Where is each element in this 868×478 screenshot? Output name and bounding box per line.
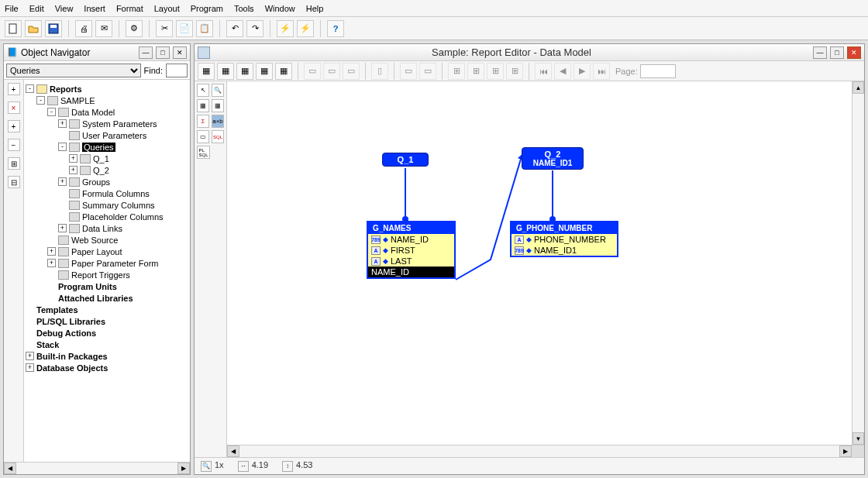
column-row[interactable]: A◆FIRST <box>368 245 454 256</box>
scroll-right-icon[interactable]: ▶ <box>839 445 852 457</box>
scroll-track[interactable] <box>239 445 839 457</box>
tree-item[interactable]: -SAMPLE <box>26 95 188 106</box>
expander-icon[interactable]: + <box>26 363 34 372</box>
close-button[interactable]: ✕ <box>173 46 187 59</box>
insert-group-button[interactable]: ▭ <box>323 63 340 80</box>
column-row-selected[interactable]: NAME_ID <box>368 267 454 277</box>
scroll-track[interactable] <box>16 463 177 474</box>
help-button[interactable]: ? <box>327 20 344 37</box>
data-model-canvas[interactable]: Q_1 Q_2 NAME_ID1 G_NAMES 789◆NAME_ID A◆F… <box>227 81 852 445</box>
paste-button[interactable]: 📋 <box>196 20 213 37</box>
group-tool[interactable]: ▦ <box>212 99 224 112</box>
scroll-right-icon[interactable]: ▶ <box>177 463 190 474</box>
tree-item[interactable]: Stack <box>26 339 188 350</box>
save-button[interactable] <box>45 20 62 37</box>
tree-item[interactable]: PL/SQL Libraries <box>26 315 188 327</box>
expand-all-button[interactable]: ⊞ <box>8 157 20 170</box>
tree-item[interactable]: +Paper Parameter Form <box>26 257 188 269</box>
object-tree[interactable]: -Reports-SAMPLE-Data Model+System Parame… <box>24 80 190 462</box>
menu-tools[interactable]: Tools <box>234 4 254 13</box>
menu-program[interactable]: Program <box>191 4 223 13</box>
tree-item[interactable]: Web Source <box>26 234 188 246</box>
menu-layout[interactable]: Layout <box>154 4 180 13</box>
last-page-button[interactable]: ⏭ <box>593 63 610 80</box>
expander-icon[interactable]: + <box>47 247 56 256</box>
find-input[interactable] <box>166 64 188 77</box>
canvas-scrollbar-v[interactable]: ▲ ▼ <box>852 81 864 445</box>
expander-icon[interactable]: + <box>47 259 56 267</box>
zoom-out-button[interactable]: ▭ <box>419 63 436 80</box>
first-page-button[interactable]: ⏮ <box>535 63 552 80</box>
navigator-scrollbar-h[interactable]: ◀ ▶ <box>4 462 190 474</box>
new-button[interactable] <box>5 20 22 37</box>
paper-param-view-button[interactable]: ▦ <box>275 63 292 80</box>
expander-icon[interactable]: + <box>26 352 34 360</box>
tree-item[interactable]: Report Triggers <box>26 269 188 280</box>
undo-button[interactable]: ↶ <box>226 20 243 37</box>
tree-item[interactable]: Program Units <box>26 280 188 292</box>
expand-button[interactable]: + <box>8 120 20 132</box>
mail-button[interactable]: ✉ <box>95 20 112 37</box>
redo-button[interactable]: ↷ <box>246 20 264 37</box>
column-row[interactable]: 789◆NAME_ID1 <box>512 245 617 256</box>
scroll-left-icon[interactable]: ◀ <box>4 463 16 474</box>
expander-icon[interactable]: - <box>26 84 34 93</box>
page-input[interactable] <box>640 64 676 78</box>
layout3-button[interactable]: ⊞ <box>487 63 504 80</box>
menu-insert[interactable]: Insert <box>84 4 105 13</box>
delete-button[interactable]: × <box>8 101 20 114</box>
column-row[interactable]: A◆PHONE_NUMBER <box>512 234 617 245</box>
tree-item[interactable]: Debug Actions <box>26 327 188 339</box>
summary-column-tool[interactable]: Σ <box>197 115 209 128</box>
maximize-button[interactable]: □ <box>830 46 844 59</box>
tree-item[interactable]: Placeholder Columns <box>26 211 188 222</box>
copy-button[interactable]: 📄 <box>176 20 193 37</box>
tree-item[interactable]: +System Parameters <box>26 118 188 129</box>
menu-format[interactable]: Format <box>116 4 143 13</box>
expander-icon[interactable]: + <box>69 166 78 174</box>
tree-item[interactable]: -Queries <box>26 141 188 153</box>
open-button[interactable] <box>25 20 42 37</box>
tree-item[interactable]: -Reports <box>26 83 188 95</box>
group-g-names[interactable]: G_NAMES 789◆NAME_ID A◆FIRST A◆LAST NAME_… <box>367 221 456 279</box>
navigator-type-dropdown[interactable]: Queries <box>6 64 141 77</box>
tree-item[interactable]: Templates <box>26 304 188 315</box>
menu-view[interactable]: View <box>55 4 74 13</box>
tree-item[interactable]: Summary Columns <box>26 199 188 211</box>
tree-item[interactable]: Attached Libraries <box>26 292 188 304</box>
expander-icon[interactable]: + <box>58 177 67 186</box>
sql-tool[interactable]: SQL <box>212 130 224 143</box>
tree-item[interactable]: Formula Columns <box>26 187 188 199</box>
menu-file[interactable]: File <box>5 4 19 13</box>
expander-icon[interactable]: - <box>36 96 45 105</box>
minimize-button[interactable]: — <box>139 46 153 59</box>
tree-item[interactable]: +Database Objects <box>26 362 188 373</box>
column-row[interactable]: 789◆NAME_ID <box>368 234 454 245</box>
navigator-titlebar[interactable]: 📘 Object Navigator — □ ✕ <box>4 44 190 61</box>
insert-column-button[interactable]: ▭ <box>343 63 360 80</box>
placeholder-tool[interactable]: ▭ <box>197 130 209 143</box>
formula-column-tool[interactable]: a×b <box>212 115 224 128</box>
menu-edit[interactable]: Edit <box>29 4 44 13</box>
query-tool[interactable]: ▦ <box>197 99 209 112</box>
web-layout-view-button[interactable]: ▦ <box>217 63 234 80</box>
align-button[interactable]: ▯ <box>371 63 388 80</box>
tree-item[interactable]: -Data Model <box>26 106 188 118</box>
editor-titlebar[interactable]: Sample: Report Editor - Data Model — □ ✕ <box>195 44 864 61</box>
zoom-in-button[interactable]: ▭ <box>400 63 417 80</box>
expander-icon[interactable]: + <box>58 119 67 128</box>
collapse-button[interactable]: − <box>8 139 20 151</box>
menu-window[interactable]: Window <box>265 4 295 13</box>
scroll-left-icon[interactable]: ◀ <box>227 445 239 457</box>
tree-item[interactable]: +Data Links <box>26 222 188 234</box>
cut-button[interactable]: ✂ <box>156 20 173 37</box>
minimize-button[interactable]: — <box>813 46 827 59</box>
expander-icon[interactable]: + <box>69 154 78 163</box>
paper-layout-view-button[interactable]: ▦ <box>236 63 253 80</box>
tree-item[interactable]: User Parameters <box>26 129 188 141</box>
tree-item[interactable]: +Q_1 <box>26 153 188 164</box>
tree-item[interactable]: +Q_2 <box>26 164 188 176</box>
expander-icon[interactable]: - <box>58 143 67 151</box>
query-node-q1[interactable]: Q_1 <box>382 153 429 167</box>
layout-button[interactable]: ⊞ <box>448 63 465 80</box>
